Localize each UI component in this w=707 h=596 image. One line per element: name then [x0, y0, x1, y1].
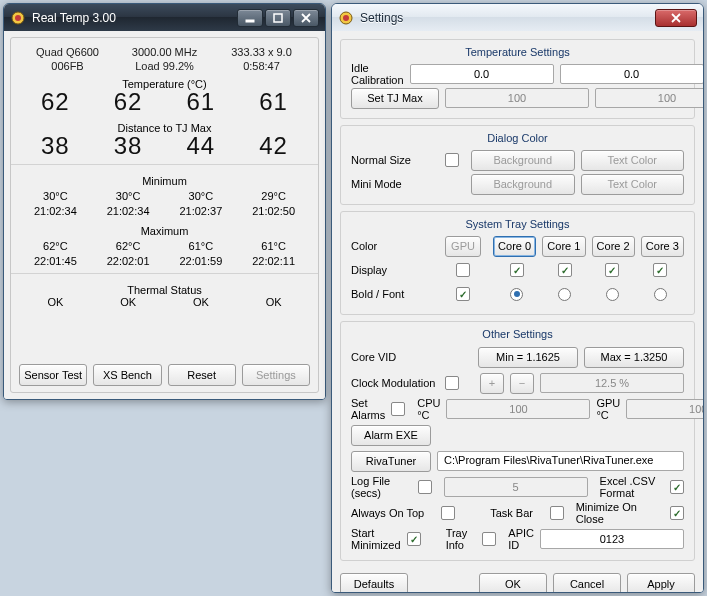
startmin-label: Start Minimized — [351, 527, 401, 551]
max-time-3: 22:02:11 — [252, 255, 295, 267]
sensor-test-button[interactable]: Sensor Test — [19, 364, 87, 386]
cpu-load: Load 99.2% — [116, 60, 213, 72]
settings-window: Settings Temperature Settings Idle Calib… — [331, 3, 704, 593]
max-val-0: 62°C — [43, 240, 68, 252]
ok-button[interactable]: OK — [479, 573, 547, 593]
min-val-2: 30°C — [189, 190, 214, 202]
core-temp-2: 61 — [165, 88, 238, 116]
app-icon — [10, 10, 26, 26]
startmin-check[interactable] — [407, 532, 421, 546]
font-core2-radio[interactable] — [606, 288, 619, 301]
core0-color-button[interactable]: Core 0 — [493, 236, 536, 257]
alarm-exe-button[interactable]: Alarm EXE — [351, 425, 431, 446]
display-core3-check[interactable] — [653, 263, 667, 277]
bold-check[interactable] — [456, 287, 470, 301]
clockmod-plus-button[interactable]: + — [480, 373, 504, 394]
alarm-cpu — [446, 399, 590, 419]
cpu-c-label: CPU °C — [417, 397, 440, 421]
tjmax-1 — [595, 88, 704, 108]
idle-cal-1[interactable] — [560, 64, 704, 84]
core1-color-button[interactable]: Core 1 — [542, 236, 585, 257]
excel-check[interactable] — [670, 480, 684, 494]
gpu-color-button[interactable]: GPU — [445, 236, 481, 257]
system-tray-group: System Tray Settings Color GPU Core 0 Co… — [340, 211, 695, 315]
core-temp-1: 62 — [92, 88, 165, 116]
dialog-color-title: Dialog Color — [351, 132, 684, 144]
rivatuner-path[interactable]: C:\Program Files\RivaTuner\RivaTuner.exe — [437, 451, 684, 471]
always-check[interactable] — [441, 506, 455, 520]
tj-dist-1: 38 — [92, 132, 165, 160]
core-temp-3: 61 — [237, 88, 310, 116]
boldfont-label: Bold / Font — [351, 288, 439, 300]
settings-titlebar[interactable]: Settings — [332, 4, 703, 31]
clockmod-minus-button[interactable]: − — [510, 373, 534, 394]
realtemp-panel: Quad Q6600 3000.00 MHz 333.33 x 9.0 006F… — [10, 37, 319, 393]
fsb-mult: 333.33 x 9.0 — [213, 46, 310, 58]
set-tjmax-button[interactable]: Set TJ Max — [351, 88, 439, 109]
display-core0-check[interactable] — [510, 263, 524, 277]
setalarms-check[interactable] — [391, 402, 405, 416]
alarm-gpu — [626, 399, 704, 419]
status-0: OK — [19, 296, 92, 308]
other-settings-group: Other Settings Core VID Min = 1.1625 Max… — [340, 321, 695, 561]
normal-size-check[interactable] — [445, 153, 459, 167]
realtemp-window: Real Temp 3.00 Quad Q6600 3000.00 MHz 33… — [3, 3, 326, 400]
clockmod-check[interactable] — [445, 376, 459, 390]
realtemp-title: Real Temp 3.00 — [32, 11, 237, 25]
log-check[interactable] — [418, 480, 432, 494]
max-val-2: 61°C — [189, 240, 214, 252]
xs-bench-button[interactable]: XS Bench — [93, 364, 161, 386]
max-time-0: 22:01:45 — [34, 255, 77, 267]
svg-rect-3 — [274, 14, 282, 22]
apic-label: APIC ID — [508, 527, 534, 551]
realtemp-titlebar[interactable]: Real Temp 3.00 — [4, 4, 325, 31]
gpu-c-label: GPU °C — [596, 397, 620, 421]
display-core1-check[interactable] — [558, 263, 572, 277]
cancel-button[interactable]: Cancel — [553, 573, 621, 593]
font-core0-radio[interactable] — [510, 288, 523, 301]
minimum-header: Minimum — [19, 175, 310, 187]
apply-button[interactable]: Apply — [627, 573, 695, 593]
reset-button[interactable]: Reset — [168, 364, 236, 386]
max-time-1: 22:02:01 — [107, 255, 150, 267]
font-core3-radio[interactable] — [654, 288, 667, 301]
font-core1-radio[interactable] — [558, 288, 571, 301]
mini-tc-button[interactable]: Text Color — [581, 174, 685, 195]
normal-tc-button[interactable]: Text Color — [581, 150, 685, 171]
minclose-label: Minimize On Close — [576, 501, 664, 525]
idle-calibration-label: Idle Calibration — [351, 62, 404, 86]
system-tray-title: System Tray Settings — [351, 218, 684, 230]
min-time-1: 21:02:34 — [107, 205, 150, 217]
mini-mode-label: Mini Mode — [351, 178, 439, 190]
max-val-1: 62°C — [116, 240, 141, 252]
core3-color-button[interactable]: Core 3 — [641, 236, 684, 257]
settings-button[interactable]: Settings — [242, 364, 310, 386]
defaults-button[interactable]: Defaults — [340, 573, 408, 593]
taskbar-check[interactable] — [550, 506, 564, 520]
mini-bg-button[interactable]: Background — [471, 174, 575, 195]
maximize-button[interactable] — [265, 9, 291, 27]
core2-color-button[interactable]: Core 2 — [592, 236, 635, 257]
trayinfo-check[interactable] — [482, 532, 496, 546]
minimize-button[interactable] — [237, 9, 263, 27]
settings-title: Settings — [360, 11, 655, 25]
rivatuner-button[interactable]: RivaTuner — [351, 451, 431, 472]
close-button[interactable] — [293, 9, 319, 27]
min-val-3: 29°C — [261, 190, 286, 202]
apic-id[interactable] — [540, 529, 684, 549]
color-label: Color — [351, 240, 439, 252]
idle-cal-0[interactable] — [410, 64, 554, 84]
normal-bg-button[interactable]: Background — [471, 150, 575, 171]
corevid-max-button[interactable]: Max = 1.3250 — [584, 347, 684, 368]
tj-dist-2: 44 — [165, 132, 238, 160]
tjmax-0 — [445, 88, 589, 108]
display-gpu-check[interactable] — [456, 263, 470, 277]
maximum-header: Maximum — [19, 225, 310, 237]
corevid-label: Core VID — [351, 351, 439, 363]
settings-close-button[interactable] — [655, 9, 697, 27]
trayinfo-label: Tray Info — [446, 527, 477, 551]
corevid-min-button[interactable]: Min = 1.1625 — [478, 347, 578, 368]
max-val-3: 61°C — [261, 240, 286, 252]
minclose-check[interactable] — [670, 506, 684, 520]
display-core2-check[interactable] — [605, 263, 619, 277]
